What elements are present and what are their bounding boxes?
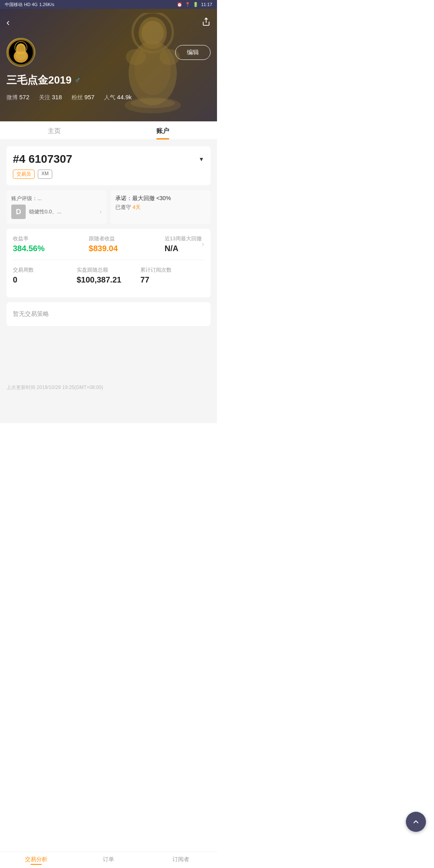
grade-badge: D [11, 205, 26, 219]
follower-total-cell: 实盘跟随总额 $100,387.21 [77, 266, 141, 285]
promise-title-label: 承诺：最大回撤 <30% [115, 195, 206, 202]
weibo-label: 微博 [6, 94, 18, 101]
account-id-label: #4 6107307 [13, 153, 72, 166]
account-grade-box[interactable]: 账户评级：... D 稳健性0.0、... › [6, 190, 106, 224]
tag-broker: XM [38, 170, 52, 179]
tag-trader: 交易员 [13, 170, 35, 179]
trade-weeks-label: 交易周数 [13, 266, 77, 274]
subscription-count-cell: 累计订阅次数 77 [140, 266, 204, 285]
grade-row: D 稳健性0.0、... › [11, 205, 102, 219]
avatar-image [9, 40, 33, 64]
subscription-count-value: 77 [140, 275, 204, 285]
popularity-value: 44.9k [117, 94, 132, 100]
following-value: 318 [52, 94, 62, 100]
fans-stat: 粉丝 957 [72, 94, 94, 101]
dropdown-arrow-icon[interactable]: ▼ [199, 156, 204, 162]
edit-button[interactable]: 编辑 [175, 45, 211, 60]
fans-value: 957 [84, 94, 94, 100]
main-content: #4 6107307 ▼ 交易员 XM 账户评级：... D 稳健性0.0、..… [0, 140, 217, 381]
follower-total-label: 实盘跟随总额 [77, 266, 141, 274]
account-id-row: #4 6107307 ▼ [13, 153, 204, 166]
fans-label: 粉丝 [72, 94, 83, 101]
profile-header: ‹ 编辑 三毛点金2019 ♂ 微博 [0, 9, 217, 121]
return-rate-label: 收益率 [13, 235, 89, 242]
grade-title: 账户评级：... [11, 195, 102, 202]
battery-icon: 🔋 [193, 2, 199, 7]
update-time-label: 上次更新时间 2019/10/29 19:25(GMT+08:00) [6, 385, 103, 390]
promise-box: 承诺：最大回撤 <30% 已遵守 4天 [111, 190, 211, 224]
status-right: ⏰ 📍 🔋 11:17 [177, 2, 212, 7]
metrics-chevron-icon: › [202, 240, 204, 248]
clock-icon: ⏰ [177, 2, 182, 7]
grade-title-label: 账户评级：... [11, 195, 42, 202]
drawdown-label: 近13周最大回撤 [165, 235, 202, 242]
metrics-card: 收益率 384.56% 跟随者收益 $839.04 近13周最大回撤 N/A ›… [6, 229, 211, 297]
username-row: 三毛点金2019 ♂ [6, 73, 211, 87]
trade-weeks-value: 0 [13, 275, 77, 285]
grade-detail-label: 稳健性0.0、... [29, 208, 61, 215]
username-label: 三毛点金2019 [6, 73, 72, 87]
no-strategy-label: 暂无交易策略 [13, 310, 49, 317]
subscription-count-label: 累计订阅次数 [140, 266, 204, 274]
drawdown-value: N/A [165, 244, 202, 253]
profile-row: 编辑 [6, 38, 211, 67]
tab-account[interactable]: 账户 [108, 121, 217, 139]
follower-profit-label: 跟随者收益 [89, 235, 165, 242]
network-label: HD 4G [24, 2, 38, 7]
carrier1-label: 中国移动 [5, 2, 23, 8]
profile-stats-row: 微博 572 关注 318 粉丝 957 人气 44.9k [6, 94, 211, 101]
no-strategy-card: 暂无交易策略 [6, 302, 211, 326]
share-button[interactable] [202, 17, 211, 28]
status-left: 中国移动 HD 4G 1.26K/s [5, 2, 54, 8]
weibo-stat: 微博 572 [6, 94, 29, 101]
gender-icon: ♂ [75, 76, 81, 85]
promise-days-label: 4天 [133, 204, 141, 210]
status-bar: 中国移动 HD 4G 1.26K/s ⏰ 📍 🔋 11:17 [0, 0, 217, 9]
speed-label: 1.26K/s [39, 2, 54, 7]
account-card: #4 6107307 ▼ 交易员 XM [6, 146, 211, 185]
avatar [6, 38, 35, 67]
update-time-bar: 上次更新时间 2019/10/29 19:25(GMT+08:00) [0, 381, 217, 423]
tag-row: 交易员 XM [13, 170, 204, 179]
tab-bar: 主页 账户 [0, 121, 217, 140]
weibo-value: 572 [19, 94, 29, 100]
info-boxes: 账户评级：... D 稳健性0.0、... › 承诺：最大回撤 <30% 已遵守… [6, 190, 211, 224]
promise-status-row: 已遵守 4天 [115, 204, 206, 211]
return-rate-value: 384.56% [13, 244, 89, 253]
time-label: 11:17 [201, 2, 212, 7]
return-rate-cell: 收益率 384.56% [13, 235, 89, 253]
following-label: 关注 [39, 94, 50, 101]
following-stat: 关注 318 [39, 94, 62, 101]
location-icon: 📍 [185, 2, 190, 7]
chevron-right-icon: › [100, 208, 102, 215]
drawdown-cell: 近13周最大回撤 N/A [165, 235, 202, 253]
tab-home[interactable]: 主页 [0, 121, 108, 139]
follower-profit-value: $839.04 [89, 244, 165, 253]
metrics-divider [13, 260, 204, 260]
metrics-row-1: 收益率 384.56% 跟随者收益 $839.04 近13周最大回撤 N/A › [13, 235, 204, 253]
metrics-row-2: 交易周数 0 实盘跟随总额 $100,387.21 累计订阅次数 77 [13, 266, 204, 285]
promise-status-label: 已遵守 [115, 204, 131, 210]
trade-weeks-cell: 交易周数 0 [13, 266, 77, 285]
drawdown-cell-row: 近13周最大回撤 N/A › [165, 235, 204, 253]
follower-profit-cell: 跟随者收益 $839.04 [89, 235, 165, 253]
back-button[interactable]: ‹ [6, 15, 13, 30]
follower-total-value: $100,387.21 [77, 275, 141, 285]
popularity-stat: 人气 44.9k [104, 94, 132, 101]
nav-row: ‹ [6, 15, 211, 30]
popularity-label: 人气 [104, 94, 115, 101]
